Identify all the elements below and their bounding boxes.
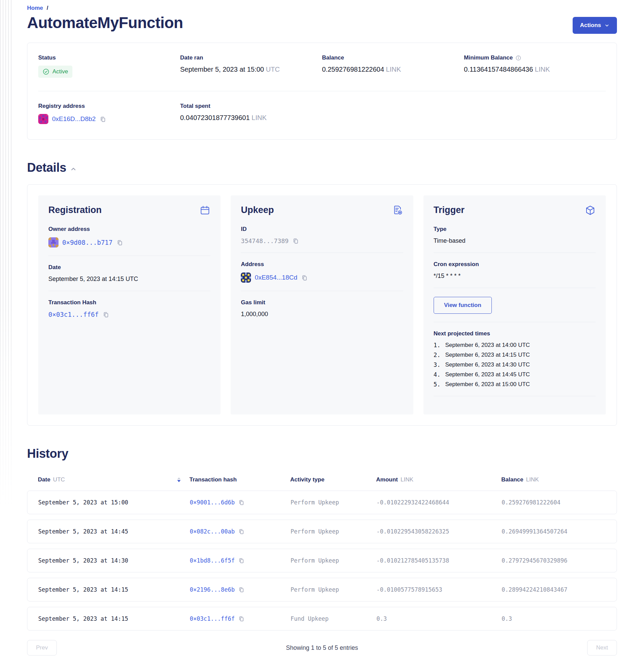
col-amount-suffix: LINK bbox=[401, 476, 413, 483]
check-circle-icon bbox=[43, 68, 49, 75]
upkeep-id-label: ID bbox=[241, 226, 403, 233]
copy-icon[interactable] bbox=[238, 586, 244, 593]
min-balance-label: Minimum Balance bbox=[464, 55, 606, 61]
row-balance: 0.3 bbox=[502, 615, 606, 622]
row-hash-link[interactable]: 0×9001...6d6b bbox=[190, 499, 235, 506]
breadcrumb-home-link[interactable]: Home bbox=[27, 5, 43, 11]
copy-icon[interactable] bbox=[238, 499, 244, 505]
upkeep-address-group: Address 0xE854...18Cd bbox=[241, 261, 403, 283]
row-hash-link[interactable]: 0×03c1...ff6f bbox=[190, 615, 235, 622]
list-item-number: 1. bbox=[434, 342, 440, 349]
registration-date-value: September 5, 2023 at 14:15 UTC bbox=[48, 275, 210, 283]
min-balance-text: 0.11364157484866436 bbox=[464, 66, 533, 73]
col-transaction-hash: Transaction hash bbox=[189, 476, 290, 483]
transaction-hash-link[interactable]: 0×03c1...ff6f bbox=[48, 311, 99, 318]
row-hash-cell: 0×2196...8e6b bbox=[190, 586, 290, 593]
col-amount: Amount LINK bbox=[376, 476, 501, 483]
owner-identicon bbox=[48, 237, 59, 248]
cron-label: Cron expression bbox=[434, 261, 596, 268]
min-balance-value: 0.11364157484866436 LINK bbox=[464, 66, 606, 74]
list-item-text: September 6, 2023 at 14:30 UTC bbox=[445, 361, 530, 368]
view-function-button[interactable]: View function bbox=[434, 297, 492, 314]
total-spent-suffix: LINK bbox=[251, 114, 266, 121]
list-item: 4.September 6, 2023 at 14:45 UTC bbox=[434, 371, 596, 378]
document-gear-icon bbox=[393, 205, 403, 216]
row-balance: 0.26949991364507264 bbox=[502, 528, 606, 535]
details-heading: Details bbox=[27, 161, 66, 175]
row-amount: -0.010229543058226325 bbox=[377, 528, 502, 535]
upkeep-address-label: Address bbox=[241, 261, 403, 268]
upkeep-title: Upkeep bbox=[241, 205, 274, 215]
row-balance: 0.259276981222604 bbox=[502, 499, 606, 506]
copy-icon[interactable] bbox=[238, 558, 244, 564]
prev-button[interactable]: Prev bbox=[27, 640, 57, 656]
registry-address-link[interactable]: 0xE16D...D8b2 bbox=[52, 115, 96, 123]
table-row: September 5, 2023 at 15:00 0×9001...6d6b… bbox=[27, 491, 617, 514]
copy-icon[interactable] bbox=[301, 274, 307, 281]
list-item: 2.September 6, 2023 at 14:15 UTC bbox=[434, 352, 596, 358]
row-hash-link[interactable]: 0×2196...8e6b bbox=[190, 586, 235, 593]
row-hash-link[interactable]: 0×082c...00ab bbox=[190, 528, 235, 535]
history-table: Date UTC Transaction hash Activity type … bbox=[27, 476, 617, 630]
list-item: 1.September 6, 2023 at 14:00 UTC bbox=[434, 342, 596, 349]
breadcrumb-separator: / bbox=[47, 5, 48, 11]
copy-icon[interactable] bbox=[116, 240, 123, 246]
trigger-type-group: Type Time-based bbox=[434, 226, 596, 245]
balance-field: Balance 0.259276981222604 LINK bbox=[322, 55, 464, 81]
registry-label: Registry address bbox=[38, 103, 180, 109]
copy-icon[interactable] bbox=[99, 116, 106, 122]
trigger-type-value: Time-based bbox=[434, 237, 596, 245]
details-section-head: Details bbox=[27, 161, 617, 175]
row-date: September 5, 2023 at 14:15 bbox=[38, 615, 190, 622]
balance-text: 0.259276981222604 bbox=[322, 66, 384, 73]
row-activity: Perform Upkeep bbox=[290, 499, 377, 506]
copy-icon[interactable] bbox=[238, 528, 244, 535]
col-balance: Balance LINK bbox=[501, 476, 606, 483]
row-hash-cell: 0×9001...6d6b bbox=[190, 499, 290, 506]
table-row: September 5, 2023 at 14:30 0×1bd8...6f5f… bbox=[27, 549, 617, 573]
trigger-card: Trigger Type Time-based Cron expression … bbox=[423, 195, 606, 415]
cron-group: Cron expression */15 * * * * bbox=[434, 261, 596, 279]
row-activity: Perform Upkeep bbox=[290, 528, 377, 535]
pagination: Prev Showing 1 to 5 of 5 entries Next bbox=[27, 640, 617, 656]
upkeep-address-link[interactable]: 0xE854...18Cd bbox=[255, 274, 297, 281]
details-cards: Registration Owner address 0×9d08...b717 bbox=[38, 195, 606, 415]
col-activity-type: Activity type bbox=[290, 476, 376, 483]
sort-icon[interactable] bbox=[177, 477, 181, 482]
copy-icon[interactable] bbox=[238, 616, 244, 622]
history-table-header: Date UTC Transaction hash Activity type … bbox=[27, 476, 617, 483]
cron-value: */15 * * * * bbox=[434, 272, 596, 279]
registration-title: Registration bbox=[48, 205, 102, 215]
balance-value: 0.259276981222604 LINK bbox=[322, 66, 464, 74]
main-content: Home / AutomateMyFunction Actions Status… bbox=[0, 0, 644, 664]
pagination-summary: Showing 1 to 5 of 5 entries bbox=[286, 644, 358, 651]
copy-icon[interactable] bbox=[292, 238, 299, 244]
upkeep-id-group: ID 354748...7389 bbox=[241, 226, 403, 245]
next-button[interactable]: Next bbox=[587, 640, 617, 656]
upkeep-card: Upkeep ID 354748...7389 A bbox=[231, 195, 413, 415]
table-row: September 5, 2023 at 14:15 0×2196...8e6b… bbox=[27, 578, 617, 601]
row-hash-cell: 0×1bd8...6f5f bbox=[190, 557, 290, 564]
status-badge: Active bbox=[38, 66, 73, 78]
col-amount-label: Amount bbox=[376, 476, 398, 483]
owner-address-group: Owner address 0×9d08...b717 bbox=[48, 226, 210, 248]
history-heading: History bbox=[27, 447, 617, 461]
copy-icon[interactable] bbox=[102, 311, 109, 318]
row-hash-link[interactable]: 0×1bd8...6f5f bbox=[190, 557, 235, 564]
balance-suffix: LINK bbox=[386, 66, 401, 73]
next-times-list: 1.September 6, 2023 at 14:00 UTC 2.Septe… bbox=[434, 342, 596, 388]
info-icon[interactable] bbox=[516, 55, 521, 61]
actions-button[interactable]: Actions bbox=[572, 17, 617, 34]
row-activity: Perform Upkeep bbox=[290, 557, 377, 564]
owner-address-link[interactable]: 0×9d08...b717 bbox=[62, 239, 113, 246]
col-balance-suffix: LINK bbox=[526, 476, 539, 483]
details-container: Registration Owner address 0×9d08...b717 bbox=[27, 184, 617, 426]
registration-date-label: Date bbox=[48, 264, 210, 271]
breadcrumb: Home / bbox=[27, 5, 617, 12]
chevron-up-icon[interactable] bbox=[71, 167, 76, 171]
summary-row-1: Status Active Date ran September 5, 2023… bbox=[27, 43, 617, 91]
registry-address-row: 0xE16D...D8b2 bbox=[38, 114, 180, 124]
list-item-text: September 6, 2023 at 14:00 UTC bbox=[445, 342, 530, 349]
list-item-number: 2. bbox=[434, 352, 440, 358]
row-date: September 5, 2023 at 14:30 bbox=[38, 557, 190, 564]
